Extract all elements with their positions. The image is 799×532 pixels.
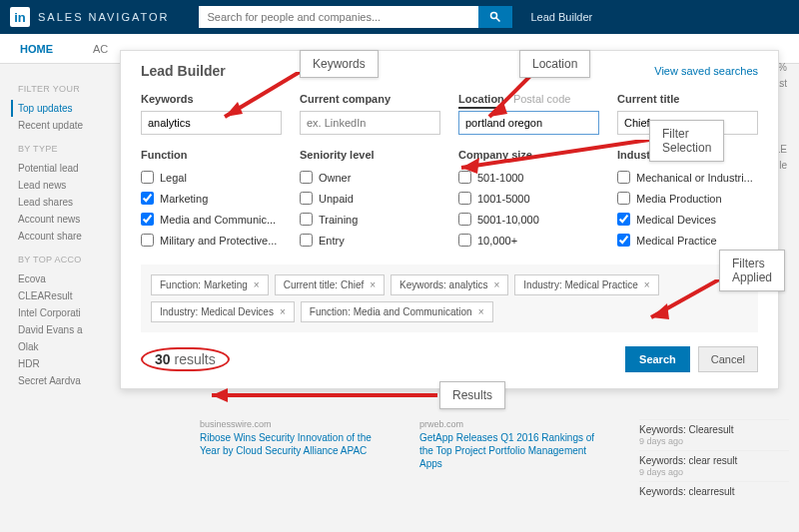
sidebar-item[interactable]: Intel Corporati bbox=[18, 304, 118, 321]
filter-checkbox[interactable] bbox=[458, 192, 471, 205]
global-search-input[interactable] bbox=[199, 6, 478, 28]
filter-option[interactable]: Medical Devices bbox=[617, 209, 758, 230]
filter-option[interactable]: Media Production bbox=[617, 188, 758, 209]
sidebar-item[interactable]: Lead news bbox=[18, 177, 118, 194]
arrow-location bbox=[479, 72, 539, 127]
sidebar-item[interactable]: Recent update bbox=[18, 117, 118, 134]
filter-option[interactable]: Owner bbox=[300, 167, 440, 188]
search-button[interactable]: Search bbox=[625, 346, 690, 372]
filter-checkbox[interactable] bbox=[617, 192, 630, 205]
filter-checkbox[interactable] bbox=[458, 234, 471, 247]
applied-filter-chip: Function: Marketing× bbox=[151, 274, 269, 295]
remove-chip-icon[interactable]: × bbox=[478, 306, 484, 317]
filter-option-label: Owner bbox=[319, 172, 351, 184]
filter-option[interactable]: Legal bbox=[141, 167, 282, 188]
remove-chip-icon[interactable]: × bbox=[254, 279, 260, 290]
sidebar-item[interactable]: Olak bbox=[18, 338, 118, 355]
filter-checkbox[interactable] bbox=[141, 234, 154, 247]
global-search-button[interactable] bbox=[478, 6, 512, 28]
seniority-label: Seniority level bbox=[300, 149, 440, 161]
svg-marker-3 bbox=[225, 102, 243, 117]
filter-checkbox[interactable] bbox=[300, 213, 313, 226]
callout-results: Results bbox=[439, 381, 505, 409]
filter-checkbox[interactable] bbox=[300, 171, 313, 184]
filter-checkbox[interactable] bbox=[458, 213, 471, 226]
brand-text: SALES NAVIGATOR bbox=[38, 11, 169, 23]
filter-checkbox[interactable] bbox=[617, 234, 630, 247]
tab-home[interactable]: HOME bbox=[20, 43, 53, 55]
sidebar-section-filter: FILTER YOUR bbox=[18, 84, 118, 94]
svg-point-0 bbox=[491, 13, 497, 19]
callout-filter-selection: Filter Selection bbox=[649, 120, 724, 162]
filter-option[interactable]: Unpaid bbox=[300, 188, 440, 209]
sidebar-item[interactable]: HDR bbox=[18, 355, 118, 372]
callout-filters-applied: Filters Applied bbox=[719, 250, 785, 291]
arrow-results bbox=[200, 387, 439, 403]
sidebar-section-type: BY TYPE bbox=[18, 144, 118, 154]
filter-option-label: Military and Protective... bbox=[160, 235, 277, 247]
callout-keywords: Keywords bbox=[300, 50, 379, 78]
filter-option[interactable]: Media and Communic... bbox=[141, 209, 282, 230]
search-icon bbox=[489, 11, 501, 23]
remove-chip-icon[interactable]: × bbox=[280, 306, 286, 317]
svg-marker-11 bbox=[212, 388, 228, 402]
remove-chip-icon[interactable]: × bbox=[370, 279, 376, 290]
cancel-button[interactable]: Cancel bbox=[698, 346, 758, 372]
top-nav: in SALES NAVIGATOR Lead Builder bbox=[0, 0, 799, 34]
filter-checkbox[interactable] bbox=[617, 213, 630, 226]
title-label: Current title bbox=[617, 93, 758, 105]
callout-location: Location bbox=[519, 50, 590, 78]
filter-checkbox[interactable] bbox=[141, 171, 154, 184]
filter-option[interactable]: Entry bbox=[300, 230, 440, 251]
filter-checkbox[interactable] bbox=[300, 234, 313, 247]
bg-saved-keywords: Keywords: Clearesult9 days ago Keywords:… bbox=[639, 419, 789, 501]
tab-ac[interactable]: AC bbox=[93, 43, 108, 55]
svg-line-6 bbox=[461, 140, 649, 168]
sidebar-item[interactable]: CLEAResult bbox=[18, 287, 118, 304]
company-label: Current company bbox=[300, 93, 440, 105]
filter-option[interactable]: Marketing bbox=[141, 188, 282, 209]
results-count: 30 results bbox=[141, 347, 230, 371]
arrow-filter-selection bbox=[449, 140, 659, 180]
filter-option-label: Marketing bbox=[160, 193, 208, 205]
company-input[interactable] bbox=[300, 111, 440, 135]
sidebar-item[interactable]: Top updates bbox=[11, 100, 118, 117]
function-label: Function bbox=[141, 149, 282, 161]
arrow-keywords bbox=[210, 72, 310, 132]
applied-filter-chip: Keywords: analytics× bbox=[391, 274, 508, 295]
svg-line-1 bbox=[496, 18, 500, 22]
arrow-filters-applied bbox=[639, 279, 729, 329]
remove-chip-icon[interactable]: × bbox=[493, 279, 499, 290]
filter-option[interactable]: Medical Practice bbox=[617, 230, 758, 251]
filter-checkbox[interactable] bbox=[141, 192, 154, 205]
filter-option-label: 5001-10,000 bbox=[477, 214, 539, 226]
sidebar-item[interactable]: Secret Aardva bbox=[18, 372, 118, 389]
sidebar-item[interactable]: David Evans a bbox=[18, 321, 118, 338]
applied-filter-chip: Industry: Medical Devices× bbox=[151, 301, 295, 322]
sidebar-item[interactable]: Lead shares bbox=[18, 194, 118, 211]
sidebar-item[interactable]: Account share bbox=[18, 228, 118, 245]
svg-marker-9 bbox=[651, 303, 669, 319]
filter-option-label: 1001-5000 bbox=[477, 193, 530, 205]
left-sidebar: FILTER YOUR Top updatesRecent update BY … bbox=[18, 74, 118, 389]
filter-checkbox[interactable] bbox=[141, 213, 154, 226]
filter-option[interactable]: 1001-5000 bbox=[458, 188, 599, 209]
applied-filter-chip: Function: Media and Communication× bbox=[301, 301, 493, 322]
filter-option[interactable]: 10,000+ bbox=[458, 230, 599, 251]
filter-option-label: Media Production bbox=[636, 193, 722, 205]
filter-option[interactable]: Training bbox=[300, 209, 440, 230]
filter-option-label: Unpaid bbox=[319, 193, 354, 205]
filter-option-label: Medical Practice bbox=[636, 235, 717, 247]
filter-option-label: Media and Communic... bbox=[160, 214, 276, 226]
filter-option-label: Training bbox=[319, 214, 358, 226]
filter-option[interactable]: Military and Protective... bbox=[141, 230, 282, 251]
filter-option[interactable]: 5001-10,000 bbox=[458, 209, 599, 230]
applied-filter-chip: Industry: Medical Practice× bbox=[514, 274, 658, 295]
sidebar-item[interactable]: Ecova bbox=[18, 270, 118, 287]
lead-builder-link[interactable]: Lead Builder bbox=[530, 11, 592, 23]
sidebar-section-accounts: BY TOP ACCO bbox=[18, 255, 118, 265]
filter-checkbox[interactable] bbox=[300, 192, 313, 205]
view-saved-searches-link[interactable]: View saved searches bbox=[654, 65, 758, 77]
sidebar-item[interactable]: Potential lead bbox=[18, 160, 118, 177]
sidebar-item[interactable]: Account news bbox=[18, 211, 118, 228]
